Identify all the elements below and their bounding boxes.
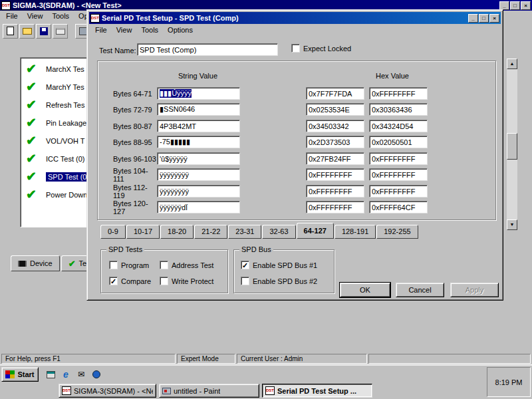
- scrollbar-thumb[interactable]: [507, 133, 517, 160]
- main-window-title: SIGMA-3(SDRAM) - <New Test>: [13, 1, 122, 9]
- tab-device[interactable]: Device: [11, 255, 60, 271]
- maximize-icon[interactable]: □: [479, 14, 489, 23]
- print-button[interactable]: [53, 24, 68, 39]
- scroll-up-icon[interactable]: ▲: [507, 59, 517, 69]
- hex-value-field-1[interactable]: [306, 103, 364, 116]
- hex-value-field-2[interactable]: [369, 152, 428, 165]
- app-icon: DST: [1, 1, 11, 10]
- scroll-down-icon[interactable]: ▼: [507, 219, 517, 230]
- quicklaunch-mail-button[interactable]: ✉: [74, 368, 88, 381]
- menu-view[interactable]: View: [112, 25, 137, 35]
- hex-value-field-2[interactable]: [369, 168, 428, 181]
- new-document-icon: [7, 27, 14, 35]
- menu-tools[interactable]: Tools: [136, 25, 163, 35]
- string-value-field[interactable]: [157, 152, 240, 165]
- string-value-field[interactable]: ▮▮▮Úÿÿÿÿ: [157, 87, 240, 100]
- enable-spd-bus-1-checkbox[interactable]: ✓ Enable SPD Bus #1: [241, 261, 317, 269]
- task-buttons: DST SIGMA-3(SDRAM) - <New... untitled - …: [59, 384, 372, 398]
- hex-value-field-2[interactable]: [369, 136, 428, 148]
- byte-row: Bytes 96-103: [113, 152, 428, 165]
- check-icon: ✔: [68, 259, 76, 268]
- tab-10-17[interactable]: 10-17: [126, 225, 160, 239]
- clock[interactable]: 8:19 PM: [495, 378, 523, 386]
- string-value-field[interactable]: [157, 168, 240, 181]
- quicklaunch-desktop-button[interactable]: [44, 368, 57, 381]
- new-document-button[interactable]: [3, 24, 18, 39]
- hex-value-field-2[interactable]: [369, 87, 428, 100]
- checkbox-box: ✓: [109, 277, 118, 285]
- byte-range-label: Bytes 80-87: [113, 122, 157, 130]
- hex-value-field-2[interactable]: [369, 120, 428, 132]
- menu-file[interactable]: File: [90, 25, 112, 35]
- string-value-field[interactable]: [157, 185, 240, 198]
- status-spacer: [368, 354, 531, 364]
- string-value-field[interactable]: [157, 120, 240, 132]
- vertical-scrollbar[interactable]: ▲ ▼: [507, 59, 517, 230]
- string-value-field[interactable]: [157, 201, 240, 213]
- quicklaunch-ie-button[interactable]: e: [59, 368, 72, 381]
- hex-value-field-1[interactable]: [306, 185, 364, 198]
- test-name-input[interactable]: [137, 43, 278, 56]
- tab-0-9[interactable]: 0-9: [100, 225, 126, 239]
- minimize-icon[interactable]: _: [468, 14, 478, 23]
- check-icon: ✔: [26, 152, 42, 166]
- main-toolbar: [0, 22, 90, 40]
- hex-value-field-2[interactable]: [369, 201, 428, 213]
- menu-file[interactable]: File: [1, 11, 23, 21]
- check-icon: ✔: [26, 80, 42, 94]
- hex-value-field-2[interactable]: [369, 103, 428, 116]
- minimize-icon[interactable]: _: [499, 1, 509, 10]
- check-icon: ✔: [26, 98, 42, 112]
- hex-value-header: Hex Value: [306, 72, 479, 80]
- open-button[interactable]: [19, 24, 35, 39]
- start-button[interactable]: Start: [1, 367, 39, 382]
- hex-value-field-2[interactable]: [369, 185, 428, 198]
- write-protect-checkbox[interactable]: Write Protect: [160, 277, 213, 285]
- compare-checkbox[interactable]: ✓ Compare: [109, 277, 151, 285]
- menu-view[interactable]: View: [23, 11, 48, 21]
- spd-tests-title: SPD Tests: [106, 245, 144, 253]
- hex-value-field-1[interactable]: [306, 201, 364, 213]
- expect-locked-checkbox[interactable]: Expect Locked: [291, 44, 351, 53]
- dst-app-icon: DST: [265, 386, 275, 395]
- tab-192-255[interactable]: 192-255: [376, 225, 418, 239]
- task-paint-window[interactable]: untitled - Paint: [159, 384, 259, 398]
- byte-row: Bytes 72-79: [113, 103, 428, 116]
- hex-value-field-1[interactable]: [306, 120, 364, 132]
- hex-value-field-1[interactable]: [306, 168, 364, 181]
- cancel-button[interactable]: Cancel: [396, 283, 444, 297]
- tab-21-22[interactable]: 21-22: [194, 225, 227, 239]
- byte-range-label: Bytes 112-119: [113, 184, 157, 200]
- string-value-field[interactable]: [157, 136, 240, 148]
- hex-value-field-1[interactable]: [306, 152, 364, 165]
- tab-18-20[interactable]: 18-20: [160, 225, 194, 239]
- enable-spd-bus-2-checkbox[interactable]: Enable SPD Bus #2: [241, 277, 317, 285]
- menu-options[interactable]: Options: [163, 25, 198, 35]
- close-icon[interactable]: ×: [521, 1, 531, 10]
- checkbox-box: [291, 44, 300, 53]
- menu-tools[interactable]: Tools: [47, 11, 74, 21]
- tab-23-31[interactable]: 23-31: [228, 225, 261, 239]
- byte-range-label: Bytes 96-103: [113, 155, 157, 163]
- spd-bus-group: SPD Bus ✓ Enable SPD Bus #1 Enable SPD B…: [233, 249, 334, 293]
- system-tray: 8:19 PM: [487, 367, 531, 397]
- save-button[interactable]: [36, 24, 51, 39]
- tab-32-63[interactable]: 32-63: [262, 225, 295, 239]
- status-bar: For Help, press F1 Expert Mode Current U…: [0, 352, 532, 364]
- tab-64-127[interactable]: 64-127: [297, 223, 334, 239]
- close-icon[interactable]: ×: [489, 14, 499, 23]
- quicklaunch-channels-button[interactable]: [90, 368, 103, 381]
- byte-range-label: Bytes 72-79: [113, 106, 157, 114]
- tab-128-191[interactable]: 128-191: [334, 225, 376, 239]
- string-value-field[interactable]: [157, 103, 240, 116]
- address-test-checkbox[interactable]: Address Test: [160, 261, 213, 269]
- save-disk-icon: [40, 27, 48, 35]
- program-checkbox[interactable]: Program: [109, 261, 149, 269]
- hex-value-field-1[interactable]: [306, 136, 364, 148]
- maximize-icon[interactable]: □: [510, 1, 520, 10]
- dialog-title-bar[interactable]: DST Serial PD Test Setup - SPD Test (Com…: [89, 12, 501, 24]
- hex-value-field-1[interactable]: [306, 87, 364, 100]
- task-sigma3-window[interactable]: DST SIGMA-3(SDRAM) - <New...: [59, 384, 156, 398]
- ok-button[interactable]: OK: [340, 283, 390, 297]
- task-spd-dialog-window[interactable]: DST Serial PD Test Setup ...: [262, 384, 372, 398]
